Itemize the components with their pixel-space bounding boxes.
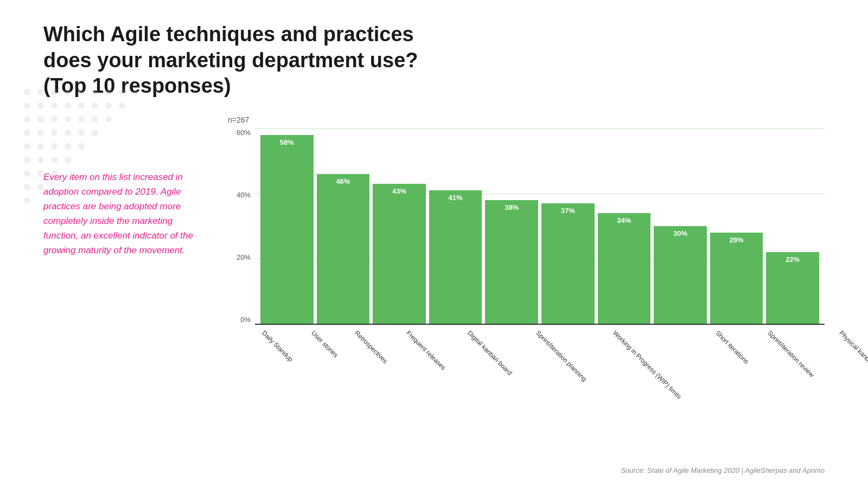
bar-user-stories: 46%: [317, 174, 370, 324]
bars-container: 58%46%43%41%38%37%34%30%28%22%: [255, 129, 825, 324]
y-label-20: 20%: [228, 253, 255, 261]
svg-point-13: [78, 102, 85, 109]
bar-sprint/iteration-planning: 37%: [541, 203, 595, 324]
svg-point-42: [24, 184, 30, 190]
svg-point-14: [92, 102, 98, 109]
svg-point-24: [24, 130, 30, 136]
svg-point-30: [24, 143, 30, 150]
sidebar-text-area: Every item on this list increased in ado…: [43, 115, 217, 258]
svg-point-12: [65, 102, 71, 109]
x-axis: Daily StandupUser storiesRetrospectivesF…: [255, 326, 825, 391]
baseline: [255, 324, 825, 325]
svg-point-15: [105, 102, 112, 109]
chart-wrapper: 60% 40% 20% 0% 58%46%43%41%38%37%34%30%2…: [228, 129, 825, 356]
bar-group: 41%: [429, 129, 482, 324]
y-axis: 60% 40% 20% 0%: [228, 129, 255, 324]
bar-group: 30%: [654, 129, 707, 324]
sidebar-paragraph: Every item on this list increased in ado…: [43, 170, 206, 258]
bar-group: 46%: [317, 129, 370, 324]
y-label-40: 40%: [228, 191, 255, 199]
bar-value-label: 41%: [429, 194, 482, 202]
bar-group: 28%: [710, 129, 763, 324]
bar-group: 37%: [541, 129, 595, 324]
bar-group: 22%: [766, 129, 819, 324]
svg-point-35: [24, 157, 30, 163]
svg-point-0: [24, 89, 30, 95]
bar-group: 38%: [485, 129, 538, 324]
y-label-0: 0%: [228, 316, 255, 324]
bar-value-label: 46%: [317, 177, 370, 185]
bar-value-label: 38%: [485, 203, 538, 211]
y-label-60: 60%: [228, 129, 255, 137]
bar-physical-kanban-board: 22%: [766, 252, 819, 324]
svg-point-16: [119, 102, 125, 109]
svg-point-9: [24, 102, 30, 109]
bar-group: 58%: [260, 129, 314, 324]
bar-group: 43%: [373, 129, 426, 324]
title-section: Which Agile techniques and practices doe…: [43, 22, 825, 99]
bar-retrospectives: 43%: [373, 184, 426, 324]
bar-value-label: 28%: [710, 236, 763, 244]
bar-digital-kanban-board: 38%: [485, 200, 538, 324]
page-title: Which Agile techniques and practices doe…: [43, 22, 450, 99]
svg-point-10: [37, 102, 44, 109]
bar-sprint/iteration-review: 28%: [710, 233, 763, 324]
page-container: Which Agile techniques and practices doe…: [0, 0, 868, 488]
bar-value-label: 22%: [766, 255, 819, 264]
bar-short-iterations: 30%: [654, 226, 707, 324]
bar-value-label: 43%: [373, 187, 426, 195]
x-label-group: Physical kanban board: [838, 326, 868, 391]
bar-value-label: 30%: [654, 229, 707, 237]
bar-working-in-progress-(wip)-limits: 34%: [598, 213, 651, 324]
svg-point-11: [51, 102, 58, 109]
svg-point-39: [24, 170, 30, 177]
chart-area: n=267 60% 40% 20% 0%: [217, 115, 825, 356]
bar-daily-standup: 58%: [260, 135, 314, 324]
bar-group: 34%: [598, 129, 651, 324]
bar-value-label: 58%: [260, 138, 314, 146]
source-text: Source: State of Agile Marketing 2020 | …: [621, 466, 825, 474]
content-area: Every item on this list increased in ado…: [43, 115, 825, 356]
svg-point-44: [24, 197, 30, 204]
svg-point-17: [24, 116, 30, 123]
bar-value-label: 34%: [598, 216, 651, 224]
bar-value-label: 37%: [541, 207, 595, 215]
sample-label: n=267: [228, 115, 825, 124]
bar-frequent-releases: 41%: [429, 190, 482, 324]
